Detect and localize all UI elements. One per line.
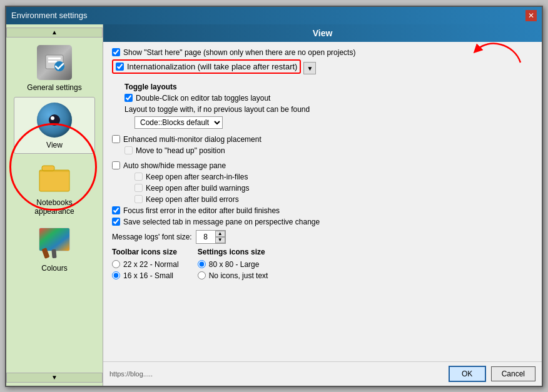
ok-button[interactable]: OK [449, 366, 486, 382]
icons-size-section: Toolbar icons size 22 x 22 - Normal 16 x… [112, 248, 533, 280]
sidebar-items: General settings View [6, 38, 103, 373]
show-start-here-row: Show "Start here" page (shown only when … [112, 48, 533, 57]
notebooks-icon [36, 159, 73, 196]
toolbar-icons-title: Toolbar icons size [112, 248, 179, 256]
toolbar-22x22-radio[interactable] [112, 260, 120, 268]
internationalization-label[interactable]: Internationalization (will take place af… [127, 62, 297, 71]
save-selected-tab-row: Save selected tab in message pane on per… [112, 218, 533, 226]
sidebar-item-general-settings[interactable]: General settings [14, 40, 95, 96]
view-icon [36, 101, 73, 139]
environment-settings-dialog: Environment settings ✕ ▲ [5, 6, 543, 387]
move-head-up-label: Move to "head up" position [136, 146, 225, 155]
keep-open-search-label: Keep open after search-in-files [146, 173, 248, 181]
svg-rect-1 [48, 58, 61, 59]
sidebar-item-colours[interactable]: Colours [14, 221, 95, 276]
auto-show-hide-row: Auto show/hide message pane [112, 161, 533, 170]
keep-open-errors-checkbox [134, 195, 143, 203]
keep-open-errors-label: Keep open after build errors [146, 195, 239, 204]
settings-no-icons-label[interactable]: No icons, just text [209, 271, 268, 280]
colours-icon [36, 224, 73, 262]
keep-open-search-checkbox [134, 173, 143, 181]
settings-80x80-row: 80 x 80 - Large [198, 260, 268, 269]
auto-show-hide-checkbox[interactable] [112, 161, 120, 169]
toolbar-icons-col: Toolbar icons size 22 x 22 - Normal 16 x… [112, 248, 179, 280]
general-settings-icon [36, 44, 73, 81]
sidebar-item-label-colours: Colours [41, 264, 67, 273]
show-start-here-checkbox[interactable] [112, 48, 120, 56]
close-button[interactable]: ✕ [525, 10, 537, 21]
toggle-layouts-title: Toggle layouts [112, 83, 533, 91]
panel-content: Show "Start here" page (shown only when … [103, 42, 542, 361]
footer: https://blog..... OK Cancel [103, 361, 542, 386]
toolbar-16x16-row: 16 x 16 - Small [112, 271, 179, 280]
move-head-up-checkbox [124, 146, 133, 154]
save-selected-tab-label[interactable]: Save selected tab in message pane on per… [123, 218, 320, 226]
sidebar: ▲ [6, 24, 103, 386]
svg-rect-6 [39, 170, 69, 172]
svg-rect-4 [39, 170, 69, 191]
cancel-button[interactable]: Cancel [491, 366, 535, 381]
message-font-label: Message logs' font size: [112, 233, 192, 241]
settings-no-icons-row: No icons, just text [198, 271, 268, 280]
double-click-toggle-row: Double-Click on editor tab toggles layou… [112, 94, 533, 103]
settings-80x80-radio[interactable] [198, 260, 206, 268]
toolbar-16x16-label[interactable]: 16 x 16 - Small [123, 271, 173, 280]
settings-no-icons-radio[interactable] [198, 271, 206, 279]
message-font-row: Message logs' font size: ▲ ▼ [112, 230, 533, 244]
settings-icons-col: Settings icons size 80 x 80 - Large No i… [198, 248, 268, 280]
focus-first-error-checkbox[interactable] [112, 206, 120, 214]
layout-toggle-label: Layout to toggle with, if no previous la… [112, 105, 533, 114]
keep-open-search-row: Keep open after search-in-files [112, 173, 533, 181]
spinner-up-button[interactable]: ▲ [215, 231, 225, 237]
svg-rect-5 [42, 166, 54, 171]
enhanced-multimonitor-label[interactable]: Enhanced multi-monitor dialog placement [123, 135, 261, 144]
panel-header: View [103, 24, 542, 42]
sidebar-item-label-general: General settings [27, 83, 81, 92]
sidebar-scroll-up[interactable]: ▲ [6, 28, 103, 38]
spinner-buttons: ▲ ▼ [215, 231, 225, 243]
internationalization-container: Internationalization (will take place af… [112, 59, 533, 78]
layout-dropdown[interactable]: Code::Blocks default [134, 116, 223, 129]
toolbar-16x16-radio[interactable] [112, 271, 120, 279]
double-click-toggle-checkbox[interactable] [124, 94, 133, 102]
message-font-spinner: ▲ ▼ [196, 230, 226, 244]
footer-url: https://blog..... [109, 370, 444, 378]
internationalization-highlighted: Internationalization (will take place af… [112, 59, 301, 74]
keep-open-warnings-checkbox [134, 184, 143, 192]
sidebar-item-notebooks[interactable]: Notebooks appearance [14, 155, 95, 219]
settings-80x80-label[interactable]: 80 x 80 - Large [209, 260, 260, 269]
dropdown-arrow-btn[interactable]: ▼ [303, 62, 316, 74]
double-click-toggle-label[interactable]: Double-Click on editor tab toggles layou… [136, 94, 270, 103]
content-area: ▲ [6, 24, 542, 386]
focus-first-error-row: Focus first error in the editor after bu… [112, 206, 533, 215]
main-panel: View Show "Start here" page (shown only … [103, 24, 542, 386]
message-font-input[interactable] [196, 232, 215, 242]
spinner-down-button[interactable]: ▼ [215, 237, 225, 243]
save-selected-tab-checkbox[interactable] [112, 218, 120, 226]
svg-rect-8 [39, 228, 69, 251]
internationalization-checkbox[interactable] [116, 63, 124, 71]
title-bar: Environment settings ✕ [6, 7, 542, 24]
move-head-up-row: Move to "head up" position [112, 146, 533, 155]
enhanced-multimonitor-row: Enhanced multi-monitor dialog placement [112, 135, 533, 144]
sidebar-scroll-down[interactable]: ▼ [6, 373, 103, 383]
layout-dropdown-row: Code::Blocks default [134, 116, 533, 129]
keep-open-warnings-row: Keep open after build warnings [112, 184, 533, 193]
sidebar-item-label-view: View [46, 141, 63, 149]
svg-rect-2 [48, 61, 57, 63]
sidebar-item-view[interactable]: View [14, 97, 95, 154]
enhanced-multimonitor-checkbox[interactable] [112, 135, 120, 143]
sidebar-item-label-notebooks: Notebooks appearance [16, 198, 93, 216]
show-start-here-label[interactable]: Show "Start here" page (shown only when … [123, 48, 355, 57]
focus-first-error-label[interactable]: Focus first error in the editor after bu… [123, 206, 280, 215]
toolbar-22x22-label[interactable]: 22 x 22 - Normal [123, 260, 179, 269]
dialog-title: Environment settings [11, 11, 87, 20]
keep-open-warnings-label: Keep open after build warnings [146, 184, 249, 193]
settings-icons-title: Settings icons size [198, 248, 268, 256]
auto-show-hide-label[interactable]: Auto show/hide message pane [123, 161, 226, 170]
toolbar-22x22-row: 22 x 22 - Normal [112, 260, 179, 269]
svg-rect-10 [51, 249, 56, 258]
keep-open-errors-row: Keep open after build errors [112, 195, 533, 204]
